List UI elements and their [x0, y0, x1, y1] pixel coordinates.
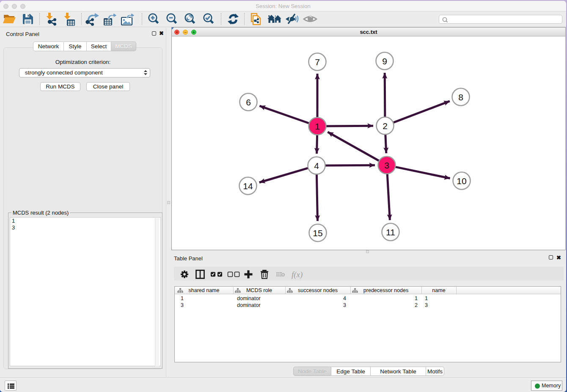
svg-text:14: 14: [243, 181, 253, 191]
svg-text:6: 6: [246, 97, 251, 107]
svg-text:f(x): f(x): [292, 270, 303, 279]
svg-text:3: 3: [384, 160, 389, 170]
svg-text:9: 9: [382, 56, 387, 66]
svg-text:10: 10: [457, 176, 466, 186]
svg-text:1: 1: [315, 121, 320, 131]
svg-text:7: 7: [315, 57, 320, 67]
svg-text:8: 8: [458, 92, 463, 102]
svg-text:11: 11: [386, 227, 395, 237]
svg-text:15: 15: [313, 228, 322, 238]
svg-text:2: 2: [383, 121, 388, 131]
svg-text:4: 4: [314, 161, 319, 171]
